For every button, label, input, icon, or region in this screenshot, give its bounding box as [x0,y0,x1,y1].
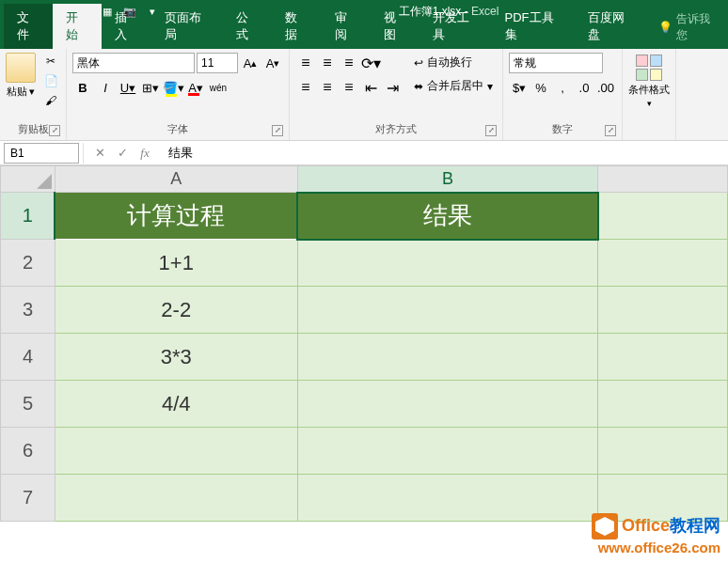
decrease-indent-icon[interactable]: ⇤ [360,77,381,98]
dialog-launcher-icon[interactable]: ⤢ [272,125,283,136]
cell-c4[interactable] [598,334,728,381]
cell-b1[interactable]: 结果 [297,193,598,240]
row-header-4[interactable]: 4 [1,334,55,381]
cell-a1[interactable]: 计算过程 [55,193,297,240]
orientation-icon[interactable]: ⟳▾ [360,53,381,73]
cell-a3[interactable]: 2-2 [55,287,297,334]
group-styles: 条件格式 ▾ [623,49,676,140]
formula-bar: ✕ ✓ fx [0,141,728,165]
tab-baidu[interactable]: 百度网盘 [575,4,646,49]
group-clipboard: 粘贴 ▾ ✂ 📄 🖌 剪贴板⤢ [0,49,67,140]
spreadsheet-grid: A B 1 计算过程 结果 2 1+1 3 2-2 4 3*3 [0,165,728,522]
tab-dev[interactable]: 开发工具 [419,4,491,49]
select-all-corner[interactable] [1,166,55,193]
clipboard-label: 剪贴板⤢ [6,120,60,138]
font-label: 字体⤢ [72,120,283,138]
wrap-icon: ↩ [414,56,423,70]
cell-b2[interactable] [297,240,598,287]
align-bottom-icon[interactable]: ≡ [339,53,359,73]
tell-me[interactable]: 💡 告诉我您 [647,6,728,49]
fx-icon[interactable]: fx [135,143,155,164]
cell-c1[interactable] [598,193,728,240]
comma-icon[interactable]: , [552,77,573,98]
row-header-6[interactable]: 6 [1,428,55,475]
cancel-icon[interactable]: ✕ [89,143,110,164]
number-format-select[interactable] [509,53,603,73]
font-color-icon[interactable]: A▾ [185,77,206,98]
font-name-select[interactable] [72,53,195,73]
col-header-a[interactable]: A [55,166,297,193]
underline-button[interactable]: U ▾ [118,77,138,98]
decrease-decimal-icon[interactable]: .00 [595,77,616,98]
group-number: $▾ % , .0 .00 数字⤢ [503,49,623,140]
tab-home[interactable]: 开始 [53,4,102,49]
align-middle-icon[interactable]: ≡ [317,53,338,73]
cell-b7[interactable] [297,475,598,522]
conditional-formatting-button[interactable]: 条件格式 ▾ [628,53,670,108]
paste-button[interactable]: 粘贴 ▾ [7,85,35,99]
tab-view[interactable]: 视图 [371,4,419,49]
tab-review[interactable]: 审阅 [322,4,371,49]
align-center-icon[interactable]: ≡ [317,77,338,98]
row-header-2[interactable]: 2 [1,240,55,287]
border-icon[interactable]: ⊞▾ [140,77,161,98]
merge-center-button[interactable]: ⬌合并后居中 ▾ [410,76,497,96]
alignment-label: 对齐方式⤢ [295,120,497,138]
cell-a2[interactable]: 1+1 [55,240,297,287]
enter-icon[interactable]: ✓ [112,143,133,164]
increase-decimal-icon[interactable]: .0 [574,77,594,98]
increase-indent-icon[interactable]: ⇥ [382,77,403,98]
ribbon: 粘贴 ▾ ✂ 📄 🖌 剪贴板⤢ A▴ A▾ B I [0,49,728,141]
bulb-icon: 💡 [658,21,673,34]
cell-a5[interactable]: 4/4 [55,381,297,428]
paste-icon[interactable] [6,53,36,83]
align-right-icon[interactable]: ≡ [339,77,359,98]
row-header-3[interactable]: 3 [1,287,55,334]
col-header-b[interactable]: B [297,166,598,193]
increase-font-icon[interactable]: A▴ [240,53,261,73]
formula-input[interactable] [161,143,728,164]
tab-layout[interactable]: 页面布局 [151,4,223,49]
format-painter-icon[interactable]: 🖌 [41,92,60,109]
cond-format-icon [636,55,662,81]
cell-c5[interactable] [598,381,728,428]
dialog-launcher-icon[interactable]: ⤢ [485,125,497,136]
dialog-launcher-icon[interactable]: ⤢ [605,125,616,136]
merge-icon: ⬌ [414,80,423,93]
row-header-7[interactable]: 7 [1,475,55,522]
cell-c3[interactable] [598,287,728,334]
tab-formula[interactable]: 公式 [223,4,272,49]
align-left-icon[interactable]: ≡ [295,77,316,98]
cut-icon[interactable]: ✂ [41,53,60,70]
cell-c6[interactable] [598,428,728,475]
col-header-c[interactable] [598,166,728,193]
row-header-5[interactable]: 5 [1,381,55,428]
cell-b3[interactable] [297,287,598,334]
align-top-icon[interactable]: ≡ [295,53,316,73]
cell-a4[interactable]: 3*3 [55,334,297,381]
name-box[interactable] [4,143,79,164]
decrease-font-icon[interactable]: A▾ [262,53,283,73]
cell-c2[interactable] [598,240,728,287]
copy-icon[interactable]: 📄 [41,72,60,89]
dialog-launcher-icon[interactable]: ⤢ [49,125,60,136]
fill-color-icon[interactable]: 🪣▾ [163,77,183,98]
percent-icon[interactable]: % [530,77,551,98]
cell-b6[interactable] [297,428,598,475]
tab-insert[interactable]: 插入 [102,4,150,49]
tab-pdf[interactable]: PDF工具集 [492,4,576,49]
phonetic-icon[interactable]: wén [208,77,229,98]
italic-button[interactable]: I [95,77,116,98]
tab-file[interactable]: 文件 [4,4,53,49]
cell-a7[interactable] [55,475,297,522]
cell-a6[interactable] [55,428,297,475]
wrap-text-button[interactable]: ↩自动换行 [410,53,497,72]
tab-data[interactable]: 数据 [272,4,321,49]
number-label: 数字⤢ [509,120,616,138]
cell-b5[interactable] [297,381,598,428]
font-size-select[interactable] [197,53,238,73]
accounting-icon[interactable]: $▾ [509,77,530,98]
cell-b4[interactable] [297,334,598,381]
bold-button[interactable]: B [72,77,93,98]
row-header-1[interactable]: 1 [1,193,55,240]
